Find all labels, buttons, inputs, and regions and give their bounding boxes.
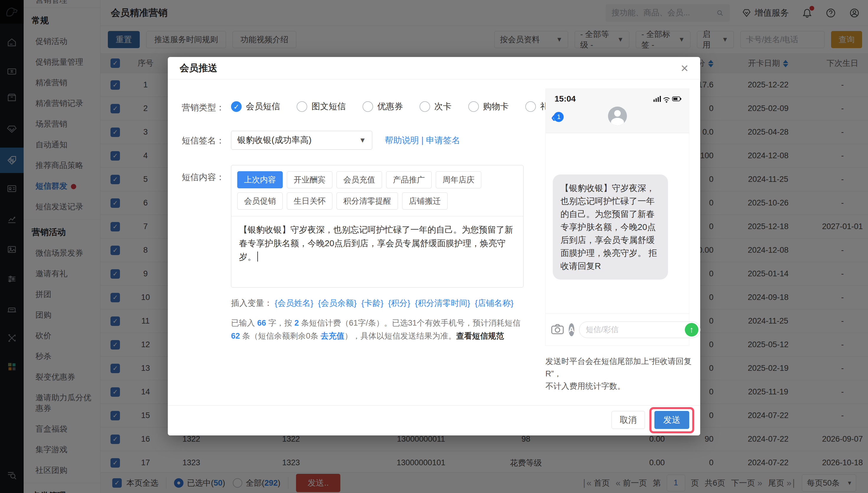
marketing-type-radio[interactable]: ✓优惠券 — [363, 101, 403, 112]
send-button[interactable]: 发送 — [655, 411, 689, 429]
radio-icon: ✓ — [419, 101, 430, 112]
template-chip[interactable]: 生日关怀 — [287, 192, 332, 210]
phone-back-button[interactable]: ‹1 — [551, 110, 564, 124]
sms-consumed-count: 62 — [231, 331, 240, 340]
variable-link[interactable]: {积分} — [388, 298, 410, 307]
modal-footer: 取消 发送 — [168, 405, 700, 435]
template-chip[interactable]: 积分清零提醒 — [336, 192, 398, 210]
sms-input-pill[interactable]: ↑ — [579, 321, 701, 338]
phone-signal-icons — [653, 95, 682, 105]
radio-icon: ✓ — [525, 101, 536, 112]
unread-badge: 1 — [554, 112, 564, 122]
template-chip[interactable]: 产品推广 — [386, 171, 432, 188]
close-icon[interactable]: × — [681, 62, 688, 75]
modal-header: 会员推送 × — [168, 57, 700, 80]
text-cursor — [257, 252, 258, 261]
template-chip[interactable]: 周年店庆 — [436, 171, 481, 188]
sms-editor: 上次内容 开业酬宾 会员充值 产品推广 周年店庆 会员促销 生日关怀 积分清零 — [231, 165, 523, 287]
marketing-type-radio[interactable]: ✓会员短信 — [231, 101, 280, 112]
sms-billing-stats: 已输入 66 字，按 2 条短信计费（61字/条）。已选31个有效手机号，预计消… — [168, 317, 524, 342]
suffix-note: 发送时平台会在短信尾部加上“拒收请回复R”， 不计入费用统计字数。 — [545, 355, 693, 392]
marketing-type-options: ✓会员短信 ✓图文短信 ✓优惠券 ✓次卡 ✓购物卡 ✓礼品包 — [231, 101, 581, 112]
variable-link[interactable]: {店铺名称} — [475, 298, 514, 307]
signature-links: 帮助说明 | 申请签名 — [385, 131, 460, 150]
recharge-link[interactable]: 去充值 — [321, 331, 345, 340]
template-chip[interactable]: 会员充值 — [336, 171, 382, 188]
help-link[interactable]: 帮助说明 — [385, 135, 419, 145]
radio-icon: ✓ — [231, 101, 242, 112]
cancel-button[interactable]: 取消 — [612, 411, 645, 429]
sms-per-message-count: 2 — [294, 319, 299, 327]
phone-time: 15:04 — [555, 94, 576, 104]
variable-link[interactable]: {会员姓名} — [275, 298, 313, 307]
member-push-modal: 会员推送 × 营销类型： ✓会员短信 ✓图文短信 ✓优惠券 ✓次卡 ✓购物卡 ✓… — [168, 57, 700, 435]
template-chip[interactable]: 会员促销 — [237, 192, 283, 210]
radio-icon: ✓ — [468, 101, 479, 112]
marketing-type-radio[interactable]: ✓图文短信 — [297, 101, 346, 112]
sms-content-label: 短信内容： — [180, 165, 225, 183]
insert-variables-label: 插入变量： — [231, 298, 272, 307]
contact-avatar — [608, 107, 627, 126]
signature-label: 短信签名： — [180, 131, 225, 147]
phone-input-row: A ↑ — [546, 314, 689, 345]
phone-status-bar: 15:04 ‹1 — [546, 89, 689, 133]
variable-link[interactable]: {积分清零时间} — [415, 298, 470, 307]
marketing-type-label: 营销类型： — [180, 101, 225, 114]
template-chip[interactable]: 开业酬宾 — [287, 171, 332, 188]
signature-select[interactable]: 银豹收银(成功率高)▼ — [231, 131, 372, 150]
chars-entered-count: 66 — [257, 319, 266, 327]
modal-title: 会员推送 — [180, 62, 218, 75]
appstore-icon[interactable]: A — [569, 323, 574, 336]
apply-signature-link[interactable]: 申请签名 — [426, 135, 460, 145]
variable-link[interactable]: {卡龄} — [361, 298, 384, 307]
radio-icon: ✓ — [363, 101, 373, 112]
phone-preview: 15:04 ‹1 【银豹收银】守岁夜深，也别忘记呵护忙碌了一年的自己。为您预留了… — [545, 89, 689, 346]
radio-icon: ✓ — [297, 101, 307, 112]
send-arrow-icon[interactable]: ↑ — [685, 323, 698, 337]
sms-rules-link[interactable]: 查看短信规范 — [456, 331, 504, 340]
variable-links: {会员姓名}{会员余额}{卡龄}{积分}{积分清零时间}{店铺名称} — [275, 298, 518, 307]
template-chip[interactable]: 店铺搬迁 — [402, 192, 448, 210]
sms-preview-bubble: 【银豹收银】守岁夜深，也别忘记呵护忙碌了一年的自己。为您预留了新春专享护肤名额，… — [553, 174, 668, 280]
sms-textarea[interactable]: 【银豹收银】守岁夜深，也别忘记呵护忙碌了一年的自己。为您预留了新春专享护肤名额，… — [237, 216, 517, 287]
camera-icon[interactable] — [551, 323, 564, 336]
marketing-type-radio[interactable]: ✓次卡 — [419, 101, 451, 112]
template-chip[interactable]: 上次内容 — [237, 171, 283, 188]
marketing-type-radio[interactable]: ✓购物卡 — [468, 101, 509, 112]
chevron-down-icon: ▼ — [359, 136, 366, 144]
template-chips: 上次内容 开业酬宾 会员充值 产品推广 周年店庆 会员促销 生日关怀 积分清零 — [237, 171, 517, 210]
variable-link[interactable]: {会员余额} — [318, 298, 357, 307]
sms-input[interactable] — [586, 325, 685, 334]
